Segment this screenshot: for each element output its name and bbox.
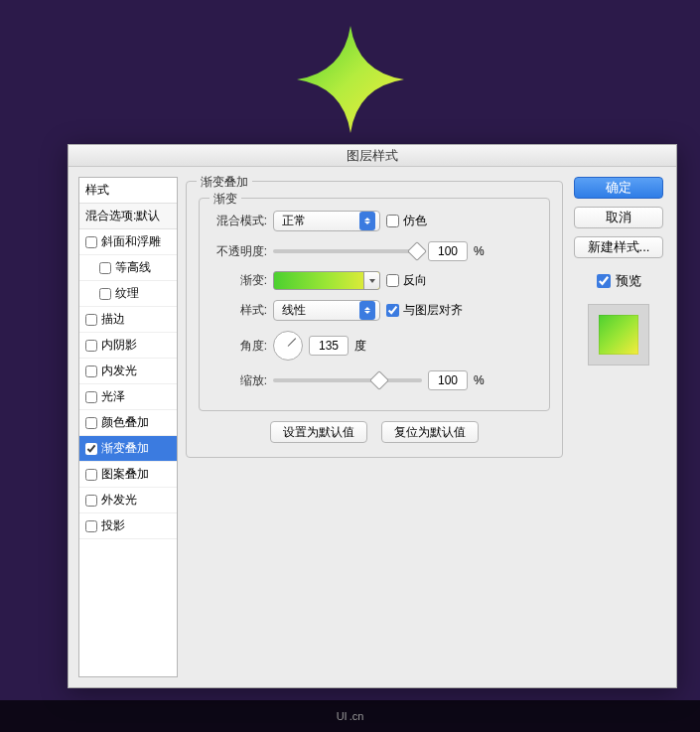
slider-thumb-icon[interactable] bbox=[407, 241, 427, 261]
page-footer: UI.cn bbox=[0, 700, 700, 732]
make-default-button[interactable]: 设置为默认值 bbox=[270, 421, 367, 443]
angle-input[interactable] bbox=[309, 336, 349, 356]
gradient-style-value: 线性 bbox=[282, 302, 353, 319]
angle-unit: 度 bbox=[354, 338, 366, 355]
style-item-texture[interactable]: 纹理 bbox=[79, 281, 177, 307]
style-item-label: 颜色叠加 bbox=[101, 414, 149, 431]
align-checkbox[interactable]: 与图层对齐 bbox=[386, 302, 463, 319]
reset-default-button[interactable]: 复位为默认值 bbox=[381, 421, 479, 443]
checkbox-drop-shadow[interactable] bbox=[85, 520, 97, 532]
align-label: 与图层对齐 bbox=[403, 302, 463, 319]
align-checkbox-input[interactable] bbox=[386, 304, 399, 317]
chevron-down-icon[interactable] bbox=[363, 272, 379, 289]
style-item-contour[interactable]: 等高线 bbox=[79, 255, 177, 281]
scale-label: 缩放: bbox=[210, 372, 267, 389]
checkbox-inner-shadow[interactable] bbox=[85, 340, 97, 352]
opacity-label: 不透明度: bbox=[210, 243, 267, 260]
opacity-unit: % bbox=[474, 244, 485, 258]
checkbox-gradient-overlay[interactable] bbox=[85, 443, 97, 455]
preview-checkbox-input[interactable] bbox=[597, 274, 611, 288]
style-item-label: 纹理 bbox=[115, 285, 139, 302]
dither-checkbox-input[interactable] bbox=[386, 215, 399, 227]
style-item-label: 描边 bbox=[101, 311, 125, 328]
footer-suffix: .cn bbox=[350, 710, 364, 722]
ok-button[interactable]: 确定 bbox=[574, 177, 663, 199]
style-item-color-overlay[interactable]: 颜色叠加 bbox=[79, 410, 177, 436]
slider-thumb-icon[interactable] bbox=[369, 370, 389, 390]
dither-label: 仿色 bbox=[403, 213, 427, 229]
gradient-style-select[interactable]: 线性 bbox=[273, 300, 380, 321]
action-panel: 确定 取消 新建样式... 预览 bbox=[571, 177, 666, 677]
footer-brand: UI bbox=[337, 710, 348, 722]
chevron-updown-icon bbox=[359, 301, 375, 320]
checkbox-inner-glow[interactable] bbox=[85, 366, 97, 377]
style-item-inner-shadow[interactable]: 内阴影 bbox=[79, 333, 177, 359]
scale-unit: % bbox=[474, 373, 485, 387]
opacity-slider[interactable] bbox=[273, 249, 422, 253]
blend-mode-label: 混合模式: bbox=[210, 213, 267, 229]
style-item-bevel[interactable]: 斜面和浮雕 bbox=[79, 229, 177, 255]
style-item-label: 投影 bbox=[101, 517, 125, 534]
preview-swatch bbox=[588, 304, 649, 366]
style-item-drop-shadow[interactable]: 投影 bbox=[79, 513, 177, 539]
style-item-gradient-overlay[interactable]: 渐变叠加 bbox=[79, 436, 177, 462]
gradient-label: 渐变: bbox=[210, 272, 267, 289]
style-item-label: 斜面和浮雕 bbox=[101, 233, 161, 250]
blend-mode-value: 正常 bbox=[282, 213, 353, 229]
style-item-pattern-overlay[interactable]: 图案叠加 bbox=[79, 462, 177, 488]
inner-legend: 渐变 bbox=[210, 191, 241, 208]
style-item-outer-glow[interactable]: 外发光 bbox=[79, 488, 177, 513]
checkbox-pattern-overlay[interactable] bbox=[85, 469, 97, 481]
style-item-inner-glow[interactable]: 内发光 bbox=[79, 359, 177, 384]
reverse-checkbox[interactable]: 反向 bbox=[386, 272, 427, 289]
settings-panel: 渐变叠加 渐变 混合模式: 正常 仿色 bbox=[186, 177, 563, 677]
checkbox-stroke[interactable] bbox=[85, 314, 97, 326]
angle-dial[interactable] bbox=[273, 331, 303, 361]
style-item-label: 渐变叠加 bbox=[101, 440, 149, 457]
checkbox-contour[interactable] bbox=[99, 262, 111, 274]
styles-list: 样式 混合选项:默认 斜面和浮雕 等高线 纹理 描边 内阴影 bbox=[78, 177, 178, 677]
chevron-updown-icon bbox=[359, 212, 375, 230]
style-label: 样式: bbox=[210, 302, 267, 319]
cancel-button[interactable]: 取消 bbox=[574, 207, 663, 228]
checkbox-outer-glow[interactable] bbox=[85, 495, 97, 507]
dither-checkbox[interactable]: 仿色 bbox=[386, 213, 427, 229]
checkbox-bevel[interactable] bbox=[85, 236, 97, 248]
preview-swatch-inner bbox=[599, 315, 638, 355]
style-item-label: 等高线 bbox=[115, 259, 151, 276]
blending-options-header[interactable]: 混合选项:默认 bbox=[79, 204, 177, 229]
style-item-label: 内发光 bbox=[101, 363, 137, 379]
reverse-label: 反向 bbox=[403, 272, 427, 289]
style-item-satin[interactable]: 光泽 bbox=[79, 384, 177, 410]
style-item-label: 内阴影 bbox=[101, 337, 137, 354]
checkbox-texture[interactable] bbox=[99, 288, 111, 300]
canvas-star-shape bbox=[291, 20, 410, 139]
scale-input[interactable] bbox=[428, 370, 468, 390]
checkbox-color-overlay[interactable] bbox=[85, 417, 97, 429]
style-item-label: 外发光 bbox=[101, 492, 137, 509]
styles-header[interactable]: 样式 bbox=[79, 178, 177, 204]
style-item-label: 图案叠加 bbox=[101, 466, 149, 483]
reverse-checkbox-input[interactable] bbox=[386, 274, 399, 287]
style-item-stroke[interactable]: 描边 bbox=[79, 307, 177, 333]
scale-slider[interactable] bbox=[273, 378, 422, 382]
dialog-title: 图层样式 bbox=[69, 145, 676, 167]
new-style-button[interactable]: 新建样式... bbox=[574, 236, 663, 258]
checkbox-satin[interactable] bbox=[85, 391, 97, 403]
angle-label: 角度: bbox=[210, 338, 267, 355]
style-item-label: 光泽 bbox=[101, 388, 125, 405]
layer-style-dialog: 图层样式 样式 混合选项:默认 斜面和浮雕 等高线 纹理 描边 bbox=[68, 144, 677, 688]
opacity-input[interactable] bbox=[428, 241, 468, 261]
gradient-picker[interactable] bbox=[273, 271, 380, 290]
preview-checkbox[interactable]: 预览 bbox=[597, 272, 641, 290]
preview-label: 预览 bbox=[616, 272, 641, 290]
panel-legend: 渐变叠加 bbox=[197, 174, 252, 191]
blend-mode-select[interactable]: 正常 bbox=[273, 211, 380, 231]
